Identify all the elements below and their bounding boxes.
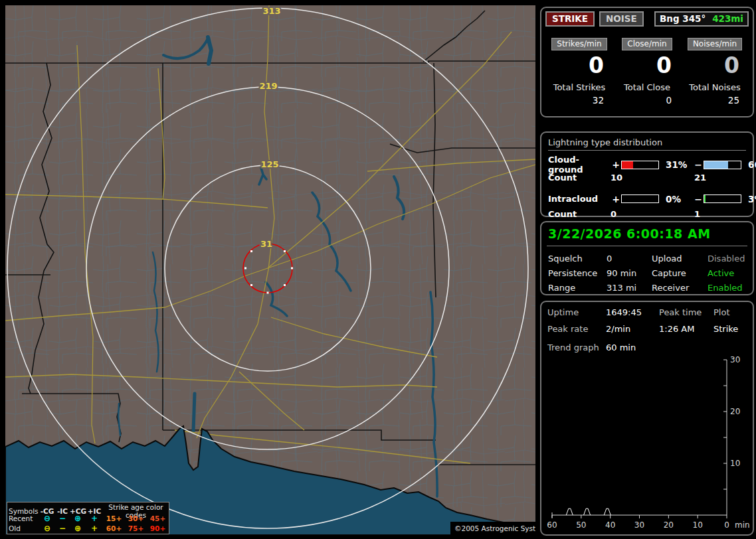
noises-column: Noises/min 0 Total Noises 25 xyxy=(681,38,749,106)
status-grid: Squelch 0 Upload Disabled Persistence 90… xyxy=(547,254,747,293)
bearing-distance: 423mi xyxy=(712,13,743,24)
close-per-min-value: 0 xyxy=(613,52,681,79)
uptime-label: Uptime xyxy=(547,307,606,317)
squelch-value: 0 xyxy=(607,254,652,264)
cg-plus-bar xyxy=(621,161,659,169)
svg-text:30: 30 xyxy=(634,520,644,530)
svg-text:20: 20 xyxy=(664,520,674,530)
upload-label: Upload xyxy=(652,254,708,264)
cg-plus-pct: 31% xyxy=(661,159,693,170)
intracloud-label: Intracloud xyxy=(548,194,611,204)
legend-header-row: Symbols -CG -IC +CG +IC Strike age color… xyxy=(9,503,167,513)
distribution-title: Lightning type distribution xyxy=(548,136,746,151)
pos-ic-recent-icon: + xyxy=(86,514,103,522)
trend-graph-window: 60 min xyxy=(606,343,747,352)
neg-cg-recent-icon: ⊖ xyxy=(39,514,55,522)
legend-recent-row: Recent ⊖ − ⊕ + 15+ 30+ 45+ xyxy=(9,513,167,523)
upload-status: Disabled xyxy=(708,254,747,264)
intracloud-count-row: Count 0 1 xyxy=(548,206,746,221)
copyright-notice: ©2005 Astrogenic Systems xyxy=(450,522,535,535)
map-canvas[interactable]: 313 219 125 31 Symbols -CG -IC +CG +IC S… xyxy=(5,5,535,535)
persistence-label: Persistence xyxy=(548,268,607,278)
datetime-display: 3/22/2026 6:00:18 AM xyxy=(547,225,747,246)
total-strikes-value: 32 xyxy=(545,95,613,106)
ic-minus-pct: 3% xyxy=(743,194,756,204)
peak-time-value: 1:26 AM xyxy=(659,324,713,334)
pos-cg-old-icon: ⊕ xyxy=(70,524,86,532)
neg-ic-old-icon: − xyxy=(55,524,70,532)
plot-value: Strike xyxy=(713,324,747,334)
svg-text:20: 20 xyxy=(730,407,740,416)
symbols-legend: Symbols -CG -IC +CG +IC Strike age color… xyxy=(7,502,169,534)
plus-sign: + xyxy=(611,194,621,204)
total-noises-label: Total Noises xyxy=(681,82,749,92)
clock-status-panel: 3/22/2026 6:00:18 AM Squelch 0 Upload Di… xyxy=(540,221,754,295)
trend-stats-grid: Uptime 1649:45 Peak time Plot Peak rate … xyxy=(547,307,747,334)
legend-old-label: Old xyxy=(9,524,39,532)
cg-minus-pct: 66% xyxy=(743,159,756,170)
svg-text:50: 50 xyxy=(576,520,586,530)
uptime-value: 1649:45 xyxy=(606,307,659,317)
minus-sign: − xyxy=(693,159,704,170)
svg-text:min: min xyxy=(735,520,750,530)
ring-label-313: 313 xyxy=(262,6,280,16)
age-15: 15+ xyxy=(103,514,125,522)
ic-count-label: Count xyxy=(548,209,611,219)
range-label: Range xyxy=(548,283,607,293)
svg-text:40: 40 xyxy=(605,520,615,530)
neg-ic-recent-icon: − xyxy=(55,514,70,522)
cg-minus-count: 21 xyxy=(694,173,746,183)
ic-plus-bar xyxy=(621,194,659,203)
cg-count-label: Count xyxy=(548,173,611,183)
total-noises-value: 25 xyxy=(681,95,749,106)
ring-label-125: 125 xyxy=(260,159,278,169)
receiver-label: Receiver xyxy=(652,283,708,293)
total-close-value: 0 xyxy=(613,95,681,106)
noises-per-min-value: 0 xyxy=(681,52,749,79)
cloud-ground-label: Cloud-ground xyxy=(548,155,611,175)
capture-status: Active xyxy=(708,268,747,278)
total-strikes-label: Total Strikes xyxy=(545,82,613,92)
age-90: 90+ xyxy=(147,524,169,532)
age-45: 45+ xyxy=(147,514,169,522)
svg-text:0: 0 xyxy=(724,520,729,530)
cg-minus-bar-fill xyxy=(704,161,728,169)
noises-per-min-chip: Noises/min xyxy=(688,38,742,50)
strikes-column: Strikes/min 0 Total Strikes 32 xyxy=(545,38,613,106)
peak-time-label: Peak time xyxy=(659,307,713,317)
ic-minus-bar xyxy=(704,194,741,203)
bearing-label: Bng 345° xyxy=(660,13,706,24)
capture-label: Capture xyxy=(652,268,708,278)
svg-text:10: 10 xyxy=(730,459,740,468)
ring-label-219: 219 xyxy=(259,81,277,91)
strike-mode-button[interactable]: STRIKE xyxy=(545,11,595,27)
minus-sign: − xyxy=(693,194,704,204)
cg-minus-bar xyxy=(704,161,741,169)
age-75: 75+ xyxy=(125,524,147,532)
age-60: 60+ xyxy=(103,524,125,532)
range-value: 313 mi xyxy=(607,283,652,293)
trend-panel: Uptime 1649:45 Peak time Plot Peak rate … xyxy=(540,301,754,536)
strikes-per-min-value: 0 xyxy=(545,52,613,79)
bearing-readout: Bng 345° 423mi xyxy=(654,11,749,27)
close-column: Close/min 0 Total Close 0 xyxy=(613,38,681,106)
distribution-panel: Lightning type distribution Cloud-ground… xyxy=(540,131,754,217)
receiver-status: Enabled xyxy=(708,283,747,293)
cloud-ground-row: Cloud-ground + 31% − 66% xyxy=(548,155,746,170)
total-close-label: Total Close xyxy=(613,82,681,92)
svg-text:30: 30 xyxy=(730,355,740,364)
strikes-per-min-chip: Strikes/min xyxy=(551,38,607,50)
close-per-min-chip: Close/min xyxy=(622,38,672,50)
peak-rate-label: Peak rate xyxy=(547,324,606,334)
ic-plus-pct: 0% xyxy=(661,194,693,204)
plus-sign: + xyxy=(611,159,621,170)
noise-mode-button[interactable]: NOISE xyxy=(599,11,644,27)
svg-text:10: 10 xyxy=(693,520,703,530)
trend-graph: 1020306050403020100min xyxy=(543,355,751,533)
ic-plus-count: 0 xyxy=(611,209,694,219)
neg-cg-old-icon: ⊖ xyxy=(39,524,55,532)
counters-panel: STRIKE NOISE Bng 345° 423mi Strikes/min … xyxy=(540,7,754,117)
cg-plus-bar-fill xyxy=(622,161,633,169)
trend-graph-label: Trend graph xyxy=(547,343,606,352)
squelch-label: Squelch xyxy=(548,254,607,264)
